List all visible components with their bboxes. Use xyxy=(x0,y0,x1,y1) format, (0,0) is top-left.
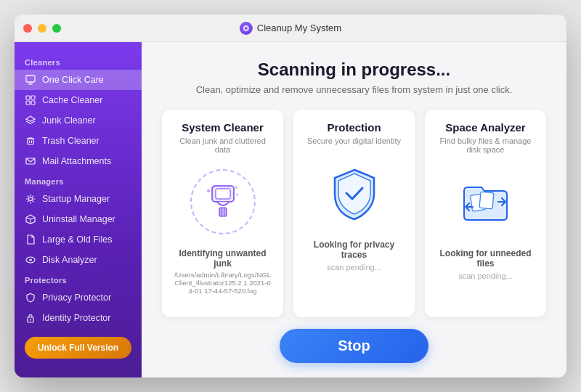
space-analyzer-card: Space Analyzer Find bulky files & manage… xyxy=(425,110,546,317)
titlebar: Cleanup My System xyxy=(15,15,566,42)
section-label-cleaners: Cleaners xyxy=(15,52,142,70)
system-cleaner-path: /Users/admin/Library/Logs/NGLClient_Illu… xyxy=(174,271,272,295)
system-cleaner-title: System Cleaner xyxy=(182,121,264,134)
svg-point-1 xyxy=(245,27,248,30)
protection-illustration xyxy=(318,157,391,229)
svg-marker-9 xyxy=(26,116,35,121)
svg-rect-7 xyxy=(26,101,30,105)
sidebar-item-disk-analyzer[interactable]: Disk Analyzer xyxy=(15,250,142,270)
sidebar-item-label: Uninstall Manager xyxy=(42,214,115,224)
page-title: Scanning in progress... xyxy=(258,60,450,80)
system-cleaner-card: System Cleaner Clean junk and cluttered … xyxy=(162,110,283,317)
folder-illustration xyxy=(458,176,513,227)
sidebar-item-one-click-care[interactable]: One Click Care xyxy=(15,70,142,90)
svg-rect-8 xyxy=(31,101,35,105)
close-button[interactable] xyxy=(23,24,32,33)
grid-icon xyxy=(25,94,36,106)
sidebar-item-label: Trash Cleaner xyxy=(42,136,99,146)
stop-button-wrap: Stop xyxy=(280,329,428,363)
system-cleaner-desc: Clean junk and cluttered data xyxy=(174,136,272,154)
settings-icon xyxy=(25,193,36,205)
file-icon xyxy=(25,234,36,245)
main-content: Scanning in progress... Clean, optimize … xyxy=(142,42,566,377)
sidebar-bottom: Unlock Full Version xyxy=(15,328,142,367)
protection-card: Protection Secure your digital identity … xyxy=(293,110,415,317)
disk-icon xyxy=(25,254,36,266)
sidebar-item-junk-cleaner[interactable]: Junk Cleaner xyxy=(15,110,142,131)
shield-illustration xyxy=(329,166,380,221)
lock-icon xyxy=(25,312,36,324)
svg-rect-32 xyxy=(479,192,494,208)
page-subtitle: Clean, optimize and remove unnecessary f… xyxy=(196,84,513,95)
sidebar-item-mail-attachments[interactable]: Mail Attachments xyxy=(15,151,142,171)
sidebar-item-cache-cleaner[interactable]: Cache Cleaner xyxy=(15,90,142,110)
svg-rect-10 xyxy=(28,139,33,144)
maximize-button[interactable] xyxy=(52,24,61,33)
unlock-full-version-button[interactable]: Unlock Full Version xyxy=(25,337,131,359)
protection-title: Protection xyxy=(327,121,381,134)
sidebar-item-label: Identity Protector xyxy=(42,313,111,323)
system-cleaner-status: Identifying unwanted junk xyxy=(174,248,272,269)
sidebar-item-label: Large & Old Files xyxy=(42,234,113,245)
sidebar-item-uninstall-manager[interactable]: Uninstall Manager xyxy=(15,209,142,229)
svg-point-19 xyxy=(26,257,35,263)
space-analyzer-status: Looking for unneeded files xyxy=(436,248,535,269)
protection-desc: Secure your digital identity xyxy=(307,136,401,145)
app-window: Cleanup My System Cleaners One Click Car… xyxy=(15,15,566,377)
titlebar-center: Cleanup My System xyxy=(240,22,341,35)
sidebar-item-label: Privacy Protector xyxy=(42,293,111,303)
app-icon xyxy=(240,22,253,35)
svg-rect-6 xyxy=(31,96,35,99)
spin-animation xyxy=(190,169,256,234)
trash-icon xyxy=(25,135,36,147)
space-analyzer-title: Space Analyzer xyxy=(445,121,525,134)
sidebar-item-label: One Click Care xyxy=(42,75,104,85)
sidebar-item-privacy-protector[interactable]: Privacy Protector xyxy=(15,287,142,308)
sidebar: Cleaners One Click Care Cache Cleaner Ju… xyxy=(15,42,142,377)
app-title: Cleanup My System xyxy=(257,23,341,33)
shield-icon xyxy=(25,292,36,303)
sidebar-item-trash-cleaner[interactable]: Trash Cleaner xyxy=(15,131,142,151)
sidebar-item-label: Mail Attachments xyxy=(42,156,111,166)
package-icon xyxy=(25,213,36,225)
space-analyzer-illustration xyxy=(450,166,522,238)
sidebar-item-label: Cache Cleaner xyxy=(42,95,102,105)
sidebar-item-label: Disk Analyzer xyxy=(42,255,97,265)
sidebar-item-identity-protector[interactable]: Identity Protector xyxy=(15,308,142,328)
space-analyzer-pending: scan pending... xyxy=(458,271,513,280)
sidebar-item-large-old-files[interactable]: Large & Old Files xyxy=(15,229,142,250)
sidebar-item-startup-manager[interactable]: Startup Manager xyxy=(15,189,142,209)
cards-row: System Cleaner Clean junk and cluttered … xyxy=(162,110,546,317)
system-cleaner-illustration xyxy=(187,166,259,238)
svg-rect-5 xyxy=(26,96,30,99)
svg-line-16 xyxy=(26,218,31,220)
mail-icon xyxy=(25,155,36,167)
sidebar-item-label: Junk Cleaner xyxy=(42,115,96,126)
section-label-protectors: Protectors xyxy=(15,270,142,287)
svg-rect-2 xyxy=(26,75,35,82)
svg-point-20 xyxy=(30,259,32,261)
protection-pending: scan pending... xyxy=(327,263,381,271)
stop-button[interactable]: Stop xyxy=(280,329,428,363)
sidebar-item-label: Startup Manager xyxy=(42,194,110,204)
space-analyzer-desc: Find bulky files & manage disk space xyxy=(436,136,535,154)
layers-icon xyxy=(25,115,36,126)
monitor-icon xyxy=(25,74,36,86)
section-label-managers: Managers xyxy=(15,171,142,189)
svg-point-22 xyxy=(30,319,31,321)
main-layout: Cleaners One Click Care Cache Cleaner Ju… xyxy=(15,42,566,377)
protection-status: Looking for privacy traces xyxy=(305,240,403,260)
minimize-button[interactable] xyxy=(38,24,46,33)
svg-line-17 xyxy=(31,218,35,220)
svg-point-14 xyxy=(29,197,33,201)
